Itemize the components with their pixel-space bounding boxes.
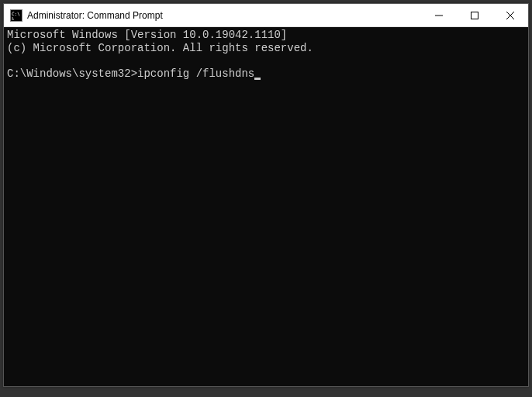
command-prompt-window: C:\ Administrator: Command Prompt Micros… xyxy=(3,3,529,387)
maximize-button[interactable] xyxy=(457,4,492,26)
minimize-button[interactable] xyxy=(421,4,457,26)
window-title: Administrator: Command Prompt xyxy=(27,10,421,21)
prompt-text: C:\Windows\system32> xyxy=(7,67,137,80)
terminal-area[interactable]: Microsoft Windows [Version 10.0.19042.11… xyxy=(4,27,528,386)
svg-text:C:\: C:\ xyxy=(12,11,20,16)
version-line: Microsoft Windows [Version 10.0.19042.11… xyxy=(7,29,287,41)
command-text: ipconfig /flushdns xyxy=(137,67,254,80)
svg-rect-4 xyxy=(472,12,478,19)
cmd-icon: C:\ xyxy=(10,9,22,22)
close-button[interactable] xyxy=(492,4,528,26)
copyright-line: (c) Microsoft Corporation. All rights re… xyxy=(7,42,313,54)
titlebar[interactable]: C:\ Administrator: Command Prompt xyxy=(4,4,528,27)
cursor xyxy=(254,78,261,80)
window-controls xyxy=(421,4,528,26)
